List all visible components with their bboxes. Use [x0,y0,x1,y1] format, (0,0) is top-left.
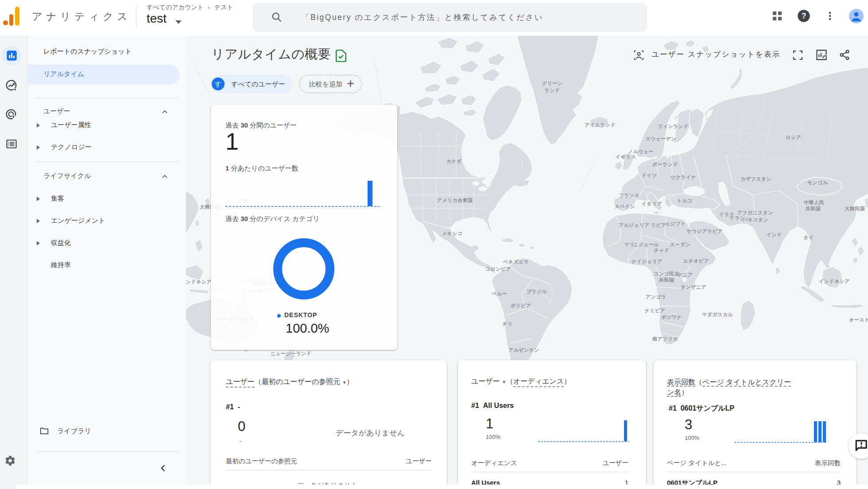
svg-text:?: ? [802,12,806,20]
